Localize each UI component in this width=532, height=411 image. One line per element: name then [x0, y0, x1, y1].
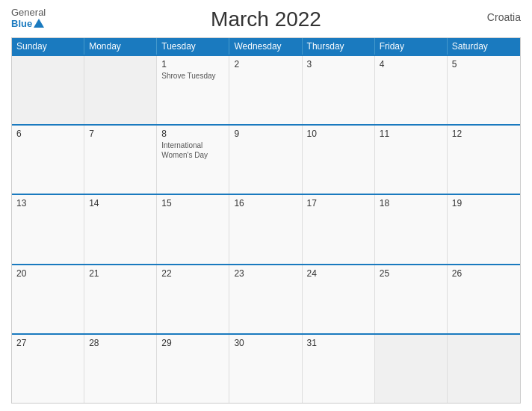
day-number: 17	[307, 198, 370, 208]
week-row-3: 13141516171819	[12, 194, 520, 263]
day-number: 16	[234, 198, 297, 208]
day-number: 24	[307, 268, 370, 279]
day-number: 3	[307, 59, 370, 69]
day-number: 21	[89, 268, 152, 279]
day-cell	[375, 335, 448, 403]
day-cell: 2	[229, 56, 302, 124]
day-number: 22	[161, 268, 224, 279]
event-text: Shrove Tuesday	[161, 71, 224, 81]
calendar-container: General Blue March 2022 Croatia SundayMo…	[0, 0, 532, 411]
day-cell: 17	[303, 195, 375, 263]
calendar-grid: SundayMondayTuesdayWednesdayThursdayFrid…	[11, 37, 521, 404]
day-header-saturday: Saturday	[448, 38, 520, 55]
day-cell: 16	[229, 195, 302, 263]
logo: General Blue	[11, 7, 46, 29]
day-cell: 4	[375, 56, 448, 124]
day-cell	[448, 335, 520, 403]
week-row-5: 2728293031	[12, 333, 520, 403]
day-number: 12	[452, 129, 516, 139]
logo-blue-text: Blue	[11, 18, 32, 29]
day-headers-row: SundayMondayTuesdayWednesdayThursdayFrid…	[12, 38, 520, 55]
day-cell: 15	[157, 195, 229, 263]
day-cell: 29	[157, 335, 229, 403]
day-cell: 31	[303, 335, 375, 403]
calendar-title: March 2022	[211, 7, 321, 31]
day-cell: 12	[448, 126, 520, 194]
day-number: 8	[161, 129, 224, 139]
day-cell: 25	[375, 265, 448, 333]
day-cell: 28	[84, 335, 157, 403]
day-cell: 5	[448, 56, 520, 124]
day-cell: 27	[12, 335, 84, 403]
day-number: 25	[380, 268, 442, 279]
day-cell: 6	[12, 126, 84, 194]
day-number: 15	[161, 198, 224, 208]
day-cell: 8International Women's Day	[157, 126, 229, 194]
day-number: 11	[380, 129, 442, 139]
day-number: 6	[16, 129, 79, 139]
logo-triangle-icon	[34, 19, 44, 28]
day-number: 19	[452, 198, 516, 208]
day-cell	[12, 56, 84, 124]
event-text: International Women's Day	[161, 140, 224, 160]
day-number: 10	[307, 129, 370, 139]
day-cell: 1Shrove Tuesday	[157, 56, 229, 124]
day-number: 7	[89, 129, 152, 139]
week-row-1: 1Shrove Tuesday2345	[12, 55, 520, 124]
day-cell	[84, 56, 157, 124]
day-number: 5	[452, 59, 516, 69]
day-cell: 3	[303, 56, 375, 124]
day-number: 9	[234, 129, 297, 139]
day-cell: 22	[157, 265, 229, 333]
day-number: 20	[16, 268, 79, 279]
day-cell: 30	[229, 335, 302, 403]
day-cell: 10	[303, 126, 375, 194]
calendar-header: General Blue March 2022 Croatia	[11, 7, 521, 31]
day-cell: 18	[375, 195, 448, 263]
country-label: Croatia	[487, 11, 521, 23]
day-cell: 14	[84, 195, 157, 263]
day-number: 28	[89, 338, 152, 348]
day-cell: 21	[84, 265, 157, 333]
day-number: 27	[16, 338, 79, 348]
day-header-friday: Friday	[375, 38, 448, 55]
day-number: 31	[307, 338, 370, 348]
day-header-sunday: Sunday	[12, 38, 84, 55]
day-header-monday: Monday	[84, 38, 157, 55]
day-number: 13	[16, 198, 79, 208]
day-number: 14	[89, 198, 152, 208]
day-cell: 23	[229, 265, 302, 333]
logo-blue-section: Blue	[11, 18, 44, 29]
day-cell: 24	[303, 265, 375, 333]
day-header-wednesday: Wednesday	[229, 38, 302, 55]
day-cell: 11	[375, 126, 448, 194]
day-number: 2	[234, 59, 297, 69]
day-header-tuesday: Tuesday	[157, 38, 229, 55]
week-row-2: 678International Women's Day9101112	[12, 124, 520, 194]
day-cell: 13	[12, 195, 84, 263]
logo-general-text: General	[11, 7, 46, 18]
day-cell: 7	[84, 126, 157, 194]
day-cell: 20	[12, 265, 84, 333]
day-number: 23	[234, 268, 297, 279]
week-row-4: 20212223242526	[12, 264, 520, 333]
day-number: 4	[380, 59, 442, 69]
day-number: 26	[452, 268, 516, 279]
day-cell: 9	[229, 126, 302, 194]
day-cell: 26	[448, 265, 520, 333]
day-header-thursday: Thursday	[303, 38, 375, 55]
day-number: 18	[380, 198, 442, 208]
day-number: 30	[234, 338, 297, 348]
day-number: 29	[161, 338, 224, 348]
weeks-container: 1Shrove Tuesday2345678International Wome…	[12, 55, 520, 403]
day-cell: 19	[448, 195, 520, 263]
day-number: 1	[161, 59, 224, 69]
